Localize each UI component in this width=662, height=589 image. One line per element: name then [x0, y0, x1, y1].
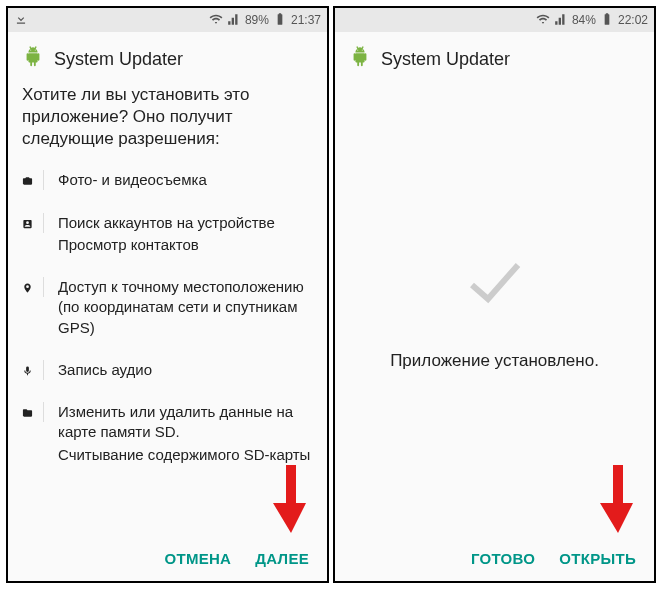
permission-text: Поиск аккаунтов на устройстве [58, 213, 313, 233]
permission-row: Фото- и видеосъемка [22, 160, 313, 202]
battery-percent: 89% [245, 13, 269, 27]
app-header: System Updater [335, 32, 654, 82]
checkmark-icon [460, 247, 530, 321]
android-icon [349, 46, 371, 72]
wifi-icon [209, 12, 223, 29]
permission-text: Изменить или удалить данные на карте пам… [58, 402, 313, 443]
installed-body: Приложение установлено. [335, 82, 654, 536]
install-complete-pane: 84% 22:02 System Updater Приложение уста… [333, 6, 656, 583]
battery-icon [273, 12, 287, 29]
permission-text: Просмотр контактов [58, 235, 313, 255]
signal-icon [554, 12, 568, 29]
next-button[interactable]: ДАЛЕЕ [255, 550, 309, 567]
camera-icon [22, 170, 44, 190]
permission-row: Изменить или удалить данные на карте пам… [22, 392, 313, 477]
app-header: System Updater [8, 32, 327, 82]
signal-icon [227, 12, 241, 29]
permission-row: Запись аудио [22, 350, 313, 392]
permission-text: Доступ к точному местоположению (по коор… [58, 277, 313, 338]
status-time: 22:02 [618, 13, 648, 27]
status-bar: 84% 22:02 [335, 8, 654, 32]
install-prompt-pane: 89% 21:37 System Updater Хотите ли вы ус… [6, 6, 329, 583]
permissions-list: Фото- и видеосъемка Поиск аккаунтов на у… [8, 160, 327, 536]
app-title: System Updater [54, 49, 183, 70]
download-icon [14, 12, 28, 29]
permission-row: Доступ к точному местоположению (по коор… [22, 267, 313, 350]
battery-percent: 84% [572, 13, 596, 27]
battery-icon [600, 12, 614, 29]
action-bar: ГОТОВО ОТКРЫТЬ [335, 536, 654, 581]
status-time: 21:37 [291, 13, 321, 27]
mic-icon [22, 360, 44, 380]
contacts-icon [22, 213, 44, 233]
wifi-icon [536, 12, 550, 29]
android-icon [22, 46, 44, 72]
done-button[interactable]: ГОТОВО [471, 550, 535, 567]
permission-text: Считывание содержимого SD-карты [58, 445, 313, 465]
installed-message: Приложение установлено. [390, 351, 599, 371]
location-icon [22, 277, 44, 297]
app-title: System Updater [381, 49, 510, 70]
open-button[interactable]: ОТКРЫТЬ [559, 550, 636, 567]
install-prompt-text: Хотите ли вы установить это приложение? … [8, 82, 327, 160]
status-bar: 89% 21:37 [8, 8, 327, 32]
permission-text: Запись аудио [58, 360, 313, 380]
folder-icon [22, 402, 44, 422]
permission-text: Фото- и видеосъемка [58, 170, 313, 190]
action-bar: ОТМЕНА ДАЛЕЕ [8, 536, 327, 581]
cancel-button[interactable]: ОТМЕНА [164, 550, 231, 567]
permission-row: Поиск аккаунтов на устройстве Просмотр к… [22, 203, 313, 268]
